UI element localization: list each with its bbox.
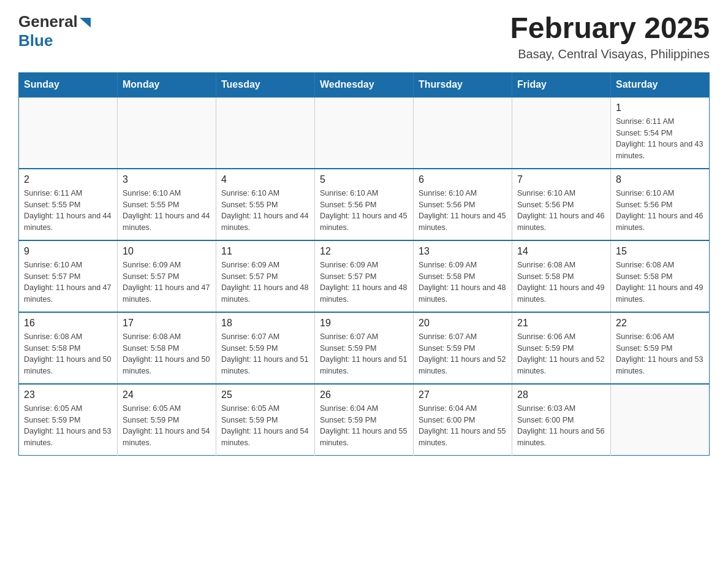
calendar-cell: 11Sunrise: 6:09 AMSunset: 5:57 PMDayligh…: [216, 240, 315, 312]
calendar-cell: 13Sunrise: 6:09 AMSunset: 5:58 PMDayligh…: [414, 240, 512, 312]
calendar-cell: 23Sunrise: 6:05 AMSunset: 5:59 PMDayligh…: [19, 384, 118, 456]
calendar-cell: 14Sunrise: 6:08 AMSunset: 5:58 PMDayligh…: [512, 240, 611, 312]
calendar-cell: 18Sunrise: 6:07 AMSunset: 5:59 PMDayligh…: [216, 312, 315, 384]
calendar-cell: [512, 97, 611, 169]
day-number: 28: [517, 389, 605, 400]
calendar-cell: [414, 97, 512, 169]
day-info: Sunrise: 6:11 AMSunset: 5:55 PMDaylight:…: [24, 188, 112, 234]
day-info: Sunrise: 6:06 AMSunset: 5:59 PMDaylight:…: [517, 331, 605, 377]
calendar-week-4: 16Sunrise: 6:08 AMSunset: 5:58 PMDayligh…: [19, 312, 710, 384]
day-info: Sunrise: 6:05 AMSunset: 5:59 PMDaylight:…: [221, 403, 309, 449]
logo-blue-text: Blue: [18, 31, 53, 50]
day-info: Sunrise: 6:09 AMSunset: 5:57 PMDaylight:…: [320, 259, 408, 305]
day-number: 16: [24, 318, 112, 329]
calendar-cell: 25Sunrise: 6:05 AMSunset: 5:59 PMDayligh…: [216, 384, 315, 456]
calendar-week-5: 23Sunrise: 6:05 AMSunset: 5:59 PMDayligh…: [19, 384, 710, 456]
calendar-cell: 16Sunrise: 6:08 AMSunset: 5:58 PMDayligh…: [19, 312, 118, 384]
day-number: 24: [123, 389, 211, 400]
calendar-cell: 1Sunrise: 6:11 AMSunset: 5:54 PMDaylight…: [611, 97, 710, 169]
calendar-cell: [19, 97, 118, 169]
day-number: 19: [320, 318, 408, 329]
day-info: Sunrise: 6:10 AMSunset: 5:57 PMDaylight:…: [24, 259, 112, 305]
day-info: Sunrise: 6:08 AMSunset: 5:58 PMDaylight:…: [517, 259, 605, 305]
day-info: Sunrise: 6:10 AMSunset: 5:56 PMDaylight:…: [616, 188, 704, 234]
day-info: Sunrise: 6:06 AMSunset: 5:59 PMDaylight:…: [616, 331, 704, 377]
day-number: 6: [419, 174, 507, 185]
calendar-week-2: 2Sunrise: 6:11 AMSunset: 5:55 PMDaylight…: [19, 169, 710, 240]
calendar-cell: 9Sunrise: 6:10 AMSunset: 5:57 PMDaylight…: [19, 240, 118, 312]
day-number: 13: [419, 246, 507, 257]
day-info: Sunrise: 6:04 AMSunset: 6:00 PMDaylight:…: [419, 403, 507, 449]
calendar-cell: [611, 384, 710, 456]
day-info: Sunrise: 6:03 AMSunset: 6:00 PMDaylight:…: [517, 403, 605, 449]
logo-general-text: General: [18, 12, 78, 31]
day-info: Sunrise: 6:09 AMSunset: 5:57 PMDaylight:…: [221, 259, 309, 305]
svg-marker-0: [80, 18, 91, 28]
day-info: Sunrise: 6:10 AMSunset: 5:56 PMDaylight:…: [419, 188, 507, 234]
page-header: General Blue February 2025 Basay, Centra…: [18, 12, 710, 61]
day-info: Sunrise: 6:05 AMSunset: 5:59 PMDaylight:…: [24, 403, 112, 449]
title-block: February 2025 Basay, Central Visayas, Ph…: [510, 12, 710, 61]
calendar-cell: 20Sunrise: 6:07 AMSunset: 5:59 PMDayligh…: [414, 312, 512, 384]
day-number: 2: [24, 174, 112, 185]
day-number: 22: [616, 318, 704, 329]
calendar-cell: [216, 97, 315, 169]
header-wednesday: Wednesday: [315, 72, 414, 97]
day-info: Sunrise: 6:09 AMSunset: 5:58 PMDaylight:…: [419, 259, 507, 305]
day-info: Sunrise: 6:08 AMSunset: 5:58 PMDaylight:…: [24, 331, 112, 377]
day-info: Sunrise: 6:05 AMSunset: 5:59 PMDaylight:…: [123, 403, 211, 449]
day-number: 1: [616, 102, 704, 113]
day-number: 3: [123, 174, 211, 185]
calendar-cell: 21Sunrise: 6:06 AMSunset: 5:59 PMDayligh…: [512, 312, 611, 384]
calendar-cell: 22Sunrise: 6:06 AMSunset: 5:59 PMDayligh…: [611, 312, 710, 384]
header-monday: Monday: [118, 72, 216, 97]
calendar-cell: 5Sunrise: 6:10 AMSunset: 5:56 PMDaylight…: [315, 169, 414, 240]
day-info: Sunrise: 6:10 AMSunset: 5:56 PMDaylight:…: [517, 188, 605, 234]
header-saturday: Saturday: [611, 72, 710, 97]
day-info: Sunrise: 6:07 AMSunset: 5:59 PMDaylight:…: [419, 331, 507, 377]
calendar-week-3: 9Sunrise: 6:10 AMSunset: 5:57 PMDaylight…: [19, 240, 710, 312]
day-info: Sunrise: 6:09 AMSunset: 5:57 PMDaylight:…: [123, 259, 211, 305]
day-number: 20: [419, 318, 507, 329]
header-thursday: Thursday: [414, 72, 512, 97]
day-number: 26: [320, 389, 408, 400]
day-number: 17: [123, 318, 211, 329]
calendar-cell: 12Sunrise: 6:09 AMSunset: 5:57 PMDayligh…: [315, 240, 414, 312]
logo-chevron-icon: [80, 18, 91, 30]
calendar-cell: 24Sunrise: 6:05 AMSunset: 5:59 PMDayligh…: [118, 384, 216, 456]
header-friday: Friday: [512, 72, 611, 97]
calendar-subtitle: Basay, Central Visayas, Philippines: [510, 47, 710, 61]
calendar-table: SundayMondayTuesdayWednesdayThursdayFrid…: [18, 72, 710, 456]
calendar-cell: 6Sunrise: 6:10 AMSunset: 5:56 PMDaylight…: [414, 169, 512, 240]
calendar-cell: 15Sunrise: 6:08 AMSunset: 5:58 PMDayligh…: [611, 240, 710, 312]
day-number: 12: [320, 246, 408, 257]
logo: General Blue: [18, 12, 91, 50]
day-number: 21: [517, 318, 605, 329]
day-number: 25: [221, 389, 309, 400]
day-number: 11: [221, 246, 309, 257]
day-number: 15: [616, 246, 704, 257]
day-info: Sunrise: 6:08 AMSunset: 5:58 PMDaylight:…: [616, 259, 704, 305]
header-tuesday: Tuesday: [216, 72, 315, 97]
calendar-cell: [118, 97, 216, 169]
calendar-title: February 2025: [510, 12, 710, 45]
calendar-week-1: 1Sunrise: 6:11 AMSunset: 5:54 PMDaylight…: [19, 97, 710, 169]
day-info: Sunrise: 6:10 AMSunset: 5:55 PMDaylight:…: [221, 188, 309, 234]
calendar-cell: 8Sunrise: 6:10 AMSunset: 5:56 PMDaylight…: [611, 169, 710, 240]
calendar-cell: 7Sunrise: 6:10 AMSunset: 5:56 PMDaylight…: [512, 169, 611, 240]
day-number: 23: [24, 389, 112, 400]
calendar-cell: [315, 97, 414, 169]
calendar-cell: 10Sunrise: 6:09 AMSunset: 5:57 PMDayligh…: [118, 240, 216, 312]
day-info: Sunrise: 6:07 AMSunset: 5:59 PMDaylight:…: [221, 331, 309, 377]
calendar-cell: 17Sunrise: 6:08 AMSunset: 5:58 PMDayligh…: [118, 312, 216, 384]
day-info: Sunrise: 6:10 AMSunset: 5:55 PMDaylight:…: [123, 188, 211, 234]
day-info: Sunrise: 6:04 AMSunset: 5:59 PMDaylight:…: [320, 403, 408, 449]
day-number: 9: [24, 246, 112, 257]
header-sunday: Sunday: [19, 72, 118, 97]
day-number: 10: [123, 246, 211, 257]
day-number: 14: [517, 246, 605, 257]
day-number: 8: [616, 174, 704, 185]
day-info: Sunrise: 6:11 AMSunset: 5:54 PMDaylight:…: [616, 116, 704, 162]
calendar-cell: 28Sunrise: 6:03 AMSunset: 6:00 PMDayligh…: [512, 384, 611, 456]
day-info: Sunrise: 6:10 AMSunset: 5:56 PMDaylight:…: [320, 188, 408, 234]
